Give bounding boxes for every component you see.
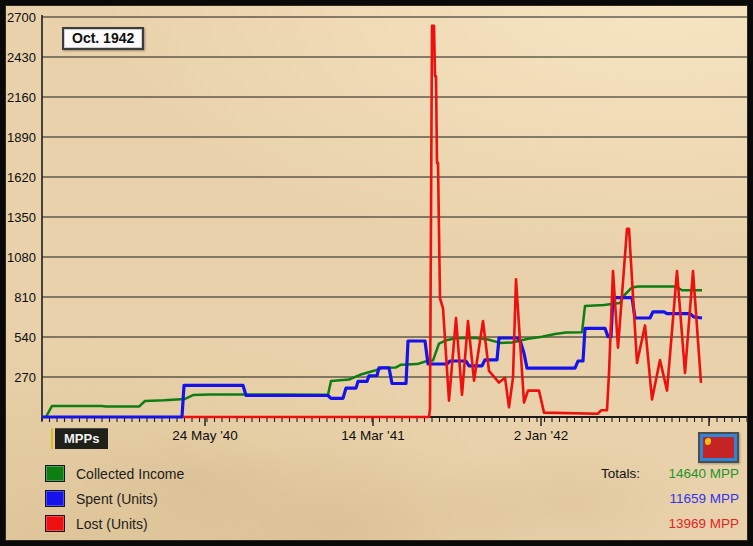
current-date-label: Oct. 1942 (72, 30, 134, 46)
y-tick-label: 1350 (7, 210, 36, 225)
current-date-box: Oct. 1942 (62, 27, 144, 50)
y-tick-label: 1890 (7, 130, 36, 145)
y-tick-label: 1620 (7, 170, 36, 185)
y-tick-label: 2700 (7, 10, 36, 25)
legend-item-collected-income: Collected Income (45, 466, 184, 481)
legend-item-lost-units: Lost (Units) (45, 516, 184, 531)
legend-item-spent-units: Spent (Units) (45, 491, 184, 506)
legend: Collected Income Spent (Units) Lost (Uni… (45, 466, 184, 541)
y-tick-label: 2430 (7, 50, 36, 65)
total-spent-units: 11659 MPP (668, 491, 739, 506)
y-tick-label: 810 (14, 290, 36, 305)
country-flag-button[interactable] (698, 432, 739, 463)
mpps-badge-label: MPPs (55, 428, 108, 449)
soviet-flag-icon (703, 437, 734, 458)
y-tick-label: 270 (14, 370, 36, 385)
legend-label: Collected Income (76, 466, 184, 482)
y-tick-label: 2160 (7, 90, 36, 105)
totals-column: 14640 MPP 11659 MPP 13969 MPP (668, 466, 739, 541)
y-tick-label: 540 (14, 330, 36, 345)
series-collected-income (46, 287, 702, 417)
x-tick-label: 14 Mar '41 (341, 428, 404, 443)
x-tick-label: 24 May '40 (172, 428, 238, 443)
mpp-graph-screen: 270540810108013501620189021602430270024 … (0, 0, 753, 546)
spent-units-swatch-icon (45, 490, 65, 507)
hammer-sickle-emblem (705, 438, 711, 445)
legend-label: Lost (Units) (76, 516, 148, 532)
chart-plot: 270540810108013501620189021602430270024 … (0, 0, 753, 462)
total-lost-units: 13969 MPP (668, 516, 739, 531)
mpps-badge[interactable]: MPPs (51, 428, 108, 449)
mpps-badge-accent (51, 428, 53, 449)
total-collected-income: 14640 MPP (668, 466, 739, 481)
x-tick-label: 2 Jan '42 (514, 428, 568, 443)
collected-income-swatch-icon (45, 465, 65, 482)
totals-caption: Totals: (601, 466, 640, 481)
y-tick-label: 1080 (7, 250, 36, 265)
series-spent-units (42, 298, 702, 417)
legend-label: Spent (Units) (76, 491, 158, 507)
lost-units-swatch-icon (45, 515, 65, 532)
series-lost-units (183, 26, 701, 417)
